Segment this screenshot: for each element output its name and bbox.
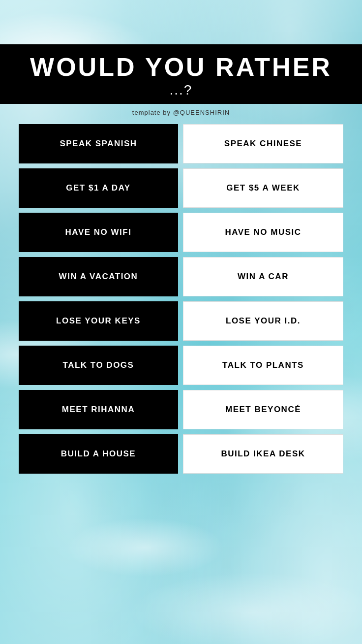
- option-right-text-3: WIN A CAR: [238, 272, 289, 282]
- option-left-text-0: SPEAK SPANISH: [60, 139, 137, 149]
- header-bar: WOULD YOU RATHER ...?: [0, 44, 362, 104]
- page-content: WOULD YOU RATHER ...? template by @QUEEN…: [0, 0, 362, 644]
- option-left-text-6: MEET RIHANNA: [62, 405, 135, 415]
- option-left-3[interactable]: WIN A VACATION: [19, 257, 178, 296]
- option-left-text-1: GET $1 A DAY: [66, 183, 130, 193]
- question-row: MEET RIHANNAMEET BEYONCÉ: [19, 390, 343, 429]
- option-left-text-7: BUILD A HOUSE: [61, 449, 136, 459]
- option-left-5[interactable]: TALK TO DOGS: [19, 346, 178, 385]
- question-row: LOSE YOUR KEYSLOSE YOUR I.D.: [19, 301, 343, 341]
- option-right-1[interactable]: GET $5 A WEEK: [183, 168, 343, 208]
- option-left-0[interactable]: SPEAK SPANISH: [19, 124, 178, 163]
- option-right-text-5: TALK TO PLANTS: [222, 360, 304, 370]
- question-row: WIN A VACATIONWIN A CAR: [19, 257, 343, 296]
- option-right-2[interactable]: HAVE NO MUSIC: [183, 213, 343, 252]
- option-right-5[interactable]: TALK TO PLANTS: [183, 346, 343, 385]
- option-right-4[interactable]: LOSE YOUR I.D.: [183, 301, 343, 341]
- option-right-7[interactable]: BUILD IKEA DESK: [183, 434, 343, 474]
- questions-container: SPEAK SPANISHSPEAK CHINESEGET $1 A DAYGE…: [19, 124, 343, 474]
- option-left-4[interactable]: LOSE YOUR KEYS: [19, 301, 178, 341]
- option-left-text-5: TALK TO DOGS: [63, 360, 134, 370]
- option-right-text-4: LOSE YOUR I.D.: [226, 316, 301, 326]
- question-row: HAVE NO WIFIHAVE NO MUSIC: [19, 213, 343, 252]
- question-row: SPEAK SPANISHSPEAK CHINESE: [19, 124, 343, 163]
- question-row: GET $1 A DAYGET $5 A WEEK: [19, 168, 343, 208]
- option-left-2[interactable]: HAVE NO WIFI: [19, 213, 178, 252]
- option-right-6[interactable]: MEET BEYONCÉ: [183, 390, 343, 429]
- option-right-text-6: MEET BEYONCÉ: [225, 405, 301, 415]
- option-left-1[interactable]: GET $1 A DAY: [19, 168, 178, 208]
- page-subtitle: ...?: [10, 82, 352, 98]
- option-right-text-1: GET $5 A WEEK: [226, 183, 300, 193]
- option-left-text-2: HAVE NO WIFI: [65, 227, 132, 237]
- option-left-6[interactable]: MEET RIHANNA: [19, 390, 178, 429]
- template-credit: template by @QUEENSHIRIN: [132, 109, 230, 116]
- question-row: TALK TO DOGSTALK TO PLANTS: [19, 346, 343, 385]
- option-right-0[interactable]: SPEAK CHINESE: [183, 124, 343, 163]
- option-left-text-4: LOSE YOUR KEYS: [56, 316, 141, 326]
- option-right-3[interactable]: WIN A CAR: [183, 257, 343, 296]
- option-right-text-7: BUILD IKEA DESK: [221, 449, 305, 459]
- option-left-7[interactable]: BUILD A HOUSE: [19, 434, 178, 474]
- option-left-text-3: WIN A VACATION: [59, 272, 138, 282]
- option-right-text-2: HAVE NO MUSIC: [225, 227, 301, 237]
- question-row: BUILD A HOUSEBUILD IKEA DESK: [19, 434, 343, 474]
- page-title: WOULD YOU RATHER: [10, 53, 352, 81]
- option-right-text-0: SPEAK CHINESE: [224, 139, 302, 149]
